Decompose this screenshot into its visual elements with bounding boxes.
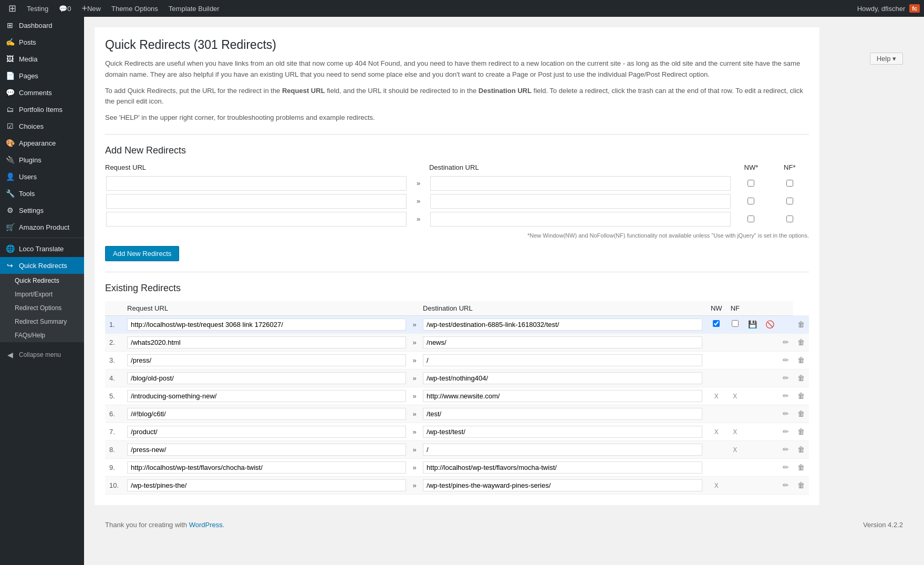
- add-nf-2[interactable]: [786, 198, 793, 204]
- delete-icon[interactable]: 🗑: [797, 356, 805, 364]
- add-nw-3[interactable]: [747, 215, 754, 222]
- sidebar-item-amazon-product[interactable]: 🛒 Amazon Product: [0, 219, 84, 235]
- divider-1: [105, 134, 809, 135]
- existing-request-input[interactable]: [127, 426, 406, 438]
- existing-request-input[interactable]: [127, 444, 406, 456]
- delete-icon[interactable]: 🗑: [797, 427, 805, 436]
- sidebar-item-choices[interactable]: ☑ Choices: [0, 118, 84, 135]
- row-block: [761, 333, 778, 351]
- nf-checkbox[interactable]: [732, 320, 739, 327]
- sidebar-item-settings[interactable]: ⚙ Settings: [0, 202, 84, 219]
- existing-request-input[interactable]: [127, 354, 406, 366]
- sidebar-item-media[interactable]: 🖼 Media: [0, 50, 84, 67]
- sidebar-item-tools[interactable]: 🔧 Tools: [0, 185, 84, 202]
- add-nf-1[interactable]: [786, 180, 793, 187]
- notification-count[interactable]: 💬 0: [55, 0, 75, 17]
- collapse-menu-btn[interactable]: ◀ Collapse menu: [0, 346, 84, 363]
- edit-icon[interactable]: ✏: [783, 481, 789, 489]
- add-nw-2[interactable]: [747, 198, 754, 204]
- row-edit: [778, 315, 793, 333]
- new-button[interactable]: + New: [77, 0, 105, 17]
- version-text: Version 4.2.2: [863, 521, 903, 529]
- sidebar-item-loco-translate[interactable]: 🌐 Loco Translate: [0, 240, 84, 257]
- theme-options-link[interactable]: Theme Options: [107, 0, 162, 17]
- sidebar-item-users[interactable]: 👤 Users: [0, 168, 84, 185]
- edit-icon[interactable]: ✏: [783, 338, 789, 346]
- sidebar-item-dashboard[interactable]: ⊞ Dashboard: [0, 17, 84, 34]
- existing-dest-input[interactable]: [423, 426, 702, 438]
- wordpress-link[interactable]: WordPress: [189, 521, 223, 529]
- existing-dest-input[interactable]: [423, 479, 702, 491]
- site-name[interactable]: Testing: [23, 0, 53, 17]
- sidebar-item-plugins[interactable]: 🔌 Plugins: [0, 151, 84, 168]
- block-icon[interactable]: 🚫: [765, 320, 774, 328]
- existing-dest-input[interactable]: [423, 461, 702, 474]
- delete-icon[interactable]: 🗑: [797, 320, 805, 328]
- add-dest-input-2[interactable]: [430, 194, 731, 209]
- delete-icon[interactable]: 🗑: [797, 445, 805, 454]
- admin-bar: ⊞ Testing 💬 0 + New Theme Options Templa…: [0, 0, 924, 17]
- row-edit: ✏: [778, 405, 793, 423]
- edit-icon[interactable]: ✏: [783, 374, 789, 382]
- existing-dest-input[interactable]: [423, 408, 702, 420]
- existing-dest-input[interactable]: [423, 372, 702, 384]
- collapse-label: Collapse menu: [19, 351, 61, 358]
- delete-icon[interactable]: 🗑: [797, 374, 805, 382]
- add-section-title: Add New Redirects: [105, 145, 809, 156]
- edit-icon[interactable]: ✏: [783, 427, 789, 436]
- edit-icon[interactable]: ✏: [783, 409, 789, 418]
- edit-icon[interactable]: ✏: [783, 356, 789, 364]
- add-request-input-1[interactable]: [106, 176, 407, 191]
- help-button[interactable]: Help: [870, 53, 903, 65]
- delete-icon[interactable]: 🗑: [797, 481, 805, 489]
- sidebar-item-portfolio-items[interactable]: 🗂 Portfolio Items: [0, 101, 84, 118]
- add-dest-input-3[interactable]: [430, 212, 731, 227]
- existing-dest-input[interactable]: [423, 336, 702, 348]
- add-nw-1[interactable]: [747, 180, 754, 187]
- sidebar-item-appearance[interactable]: 🎨 Appearance: [0, 135, 84, 151]
- delete-icon[interactable]: 🗑: [797, 463, 805, 471]
- submenu-import-export[interactable]: Import/Export: [0, 287, 84, 301]
- existing-request-input[interactable]: [127, 319, 406, 331]
- edit-icon[interactable]: ✏: [783, 463, 789, 471]
- sidebar-item-pages[interactable]: 📄 Pages: [0, 67, 84, 84]
- sidebar-label-users: Users: [19, 173, 37, 181]
- existing-dest-input[interactable]: [423, 354, 702, 366]
- submenu-redirect-summary[interactable]: Redirect Summary: [0, 315, 84, 328]
- row-edit: ✏: [778, 440, 793, 458]
- submenu-redirect-options[interactable]: Redirect Options: [0, 301, 84, 315]
- edit-icon[interactable]: ✏: [783, 392, 789, 400]
- add-new-redirects-button[interactable]: Add New Redirects: [105, 246, 179, 261]
- delete-icon[interactable]: 🗑: [797, 409, 805, 418]
- save-icon[interactable]: 💾: [748, 320, 757, 328]
- existing-dest-input[interactable]: [423, 444, 702, 456]
- existing-request-input[interactable]: [127, 408, 406, 420]
- add-request-input-3[interactable]: [106, 212, 407, 227]
- th-num: [105, 301, 123, 316]
- delete-icon[interactable]: 🗑: [797, 392, 805, 400]
- row-save: [744, 440, 761, 458]
- existing-dest-input[interactable]: [423, 390, 702, 402]
- sidebar-item-quick-redirects[interactable]: ↪ Quick Redirects: [0, 257, 84, 274]
- delete-icon[interactable]: 🗑: [797, 338, 805, 346]
- existing-request-input[interactable]: [127, 390, 406, 402]
- sidebar-item-posts[interactable]: ✍ Posts: [0, 34, 84, 50]
- existing-request-input[interactable]: [127, 461, 406, 474]
- edit-icon[interactable]: ✏: [783, 445, 789, 454]
- wp-logo[interactable]: ⊞: [4, 0, 20, 17]
- template-builder-link[interactable]: Template Builder: [164, 0, 224, 17]
- existing-dest-input[interactable]: [423, 319, 702, 331]
- plugins-icon: 🔌: [5, 156, 15, 164]
- existing-request-input[interactable]: [127, 479, 406, 491]
- user-badge[interactable]: fc: [909, 4, 920, 13]
- existing-request-input[interactable]: [127, 372, 406, 384]
- add-nf-3[interactable]: [786, 215, 793, 222]
- submenu-quick-redirects[interactable]: Quick Redirects: [0, 274, 84, 287]
- existing-request-input[interactable]: [127, 336, 406, 348]
- submenu-faqs-help[interactable]: FAQs/Help: [0, 328, 84, 342]
- sidebar-item-comments[interactable]: 💬 Comments: [0, 84, 84, 101]
- sidebar-label-loco: Loco Translate: [19, 245, 64, 253]
- nw-checkbox[interactable]: [713, 320, 720, 327]
- add-request-input-2[interactable]: [106, 194, 407, 209]
- add-dest-input-1[interactable]: [430, 176, 731, 191]
